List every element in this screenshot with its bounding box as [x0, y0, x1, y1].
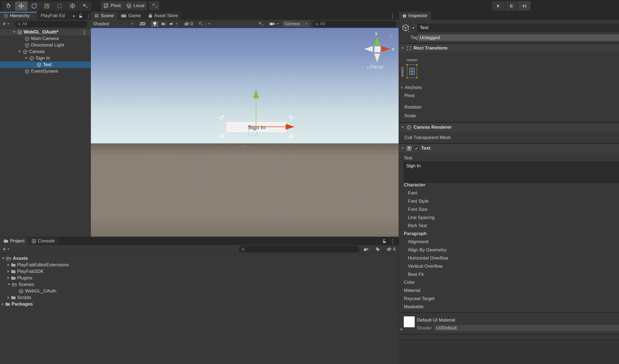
- active-checkbox[interactable]: [411, 25, 416, 30]
- grid-visibility-dropdown[interactable]: Y |: [199, 21, 211, 27]
- gizmo-neg-x-axis[interactable]: [364, 46, 373, 52]
- foldout-open-icon[interactable]: [8, 284, 10, 285]
- rect-tool-button[interactable]: [53, 1, 66, 11]
- scene-lighting-toggle[interactable]: [151, 21, 158, 27]
- foldout-open-icon[interactable]: [402, 127, 404, 128]
- hand-tool-button[interactable]: [2, 1, 15, 11]
- anchors-foldout-row[interactable]: Anchors: [401, 85, 422, 91]
- rect-handle-top-right[interactable]: [288, 115, 294, 121]
- foldout-closed-icon[interactable]: [8, 296, 9, 299]
- tag-dropdown[interactable]: Untagged: [417, 34, 619, 41]
- local-toggle-button[interactable]: Local: [124, 1, 147, 10]
- foldout-open-icon[interactable]: [402, 47, 404, 49]
- create-asset-button[interactable]: +: [2, 246, 6, 252]
- project-item-plugins[interactable]: Plugins: [0, 275, 399, 281]
- component-enabled-checkbox[interactable]: [414, 146, 419, 151]
- foldout-open-icon[interactable]: [18, 51, 21, 53]
- scene-effects-dropdown[interactable]: [169, 22, 178, 26]
- perspective-toggle[interactable]: ‹ Persp: [367, 64, 384, 70]
- pivot-toggle-button[interactable]: Pivot: [101, 1, 124, 10]
- tab-hierarchy[interactable]: Hierarchy: [0, 12, 37, 20]
- tab-game[interactable]: Game: [118, 12, 144, 20]
- create-dropdown-icon[interactable]: [7, 249, 9, 250]
- anchor-preset-widget[interactable]: [406, 63, 418, 79]
- search-by-label-button[interactable]: [372, 247, 383, 252]
- project-menu-icon[interactable]: ⋮: [390, 239, 395, 244]
- pivot-rect[interactable]: [248, 128, 257, 135]
- unlock-icon[interactable]: [79, 14, 83, 18]
- hierarchy-item-eventsystem[interactable]: EventSystem: [0, 68, 91, 75]
- 2d-toggle-button[interactable]: 2D: [140, 21, 146, 27]
- transform-tool-button[interactable]: [66, 1, 79, 11]
- hierarchy-item-canvas[interactable]: Canvas: [0, 48, 91, 55]
- material-foldout-icon[interactable]: [401, 328, 402, 331]
- create-dropdown-icon[interactable]: [7, 23, 9, 25]
- more-tabs-icon[interactable]: ▶: [73, 14, 75, 18]
- hidden-objects-toggle[interactable]: 0: [184, 21, 193, 27]
- project-item-playfabsdk[interactable]: PlayFabSDK: [0, 268, 399, 275]
- y-axis-arrow[interactable]: [253, 90, 259, 98]
- custom-tools-button[interactable]: [79, 1, 91, 11]
- project-search-input[interactable]: [239, 246, 359, 252]
- hierarchy-item-main-camera[interactable]: Main Camera: [0, 35, 91, 42]
- canvas-renderer-header[interactable]: Canvas Renderer: [399, 123, 619, 132]
- rect-handle-top-left[interactable]: [219, 115, 225, 121]
- rect-handle-bottom-left[interactable]: [219, 133, 225, 139]
- hierarchy-item-sign-in[interactable]: Sign In: [0, 55, 91, 61]
- tab-inspector[interactable]: Inspector: [399, 12, 431, 20]
- hidden-packages-toggle[interactable]: 4: [384, 246, 398, 252]
- project-item-assets[interactable]: Assets: [0, 255, 399, 262]
- move-tool-button[interactable]: [15, 1, 27, 11]
- tab-scene[interactable]: Scene: [91, 12, 118, 20]
- scene-row[interactable]: WebGL_OAuth* ⋮: [0, 29, 91, 35]
- gizmos-dropdown[interactable]: Gizmos |: [282, 20, 310, 27]
- rect-transform-header[interactable]: Rect Transform: [399, 44, 619, 53]
- foldout-closed-icon[interactable]: [2, 303, 4, 306]
- component-tools-icon[interactable]: [258, 21, 264, 27]
- search-by-type-button[interactable]: [360, 247, 372, 252]
- foldout-closed-icon[interactable]: [8, 277, 9, 279]
- project-item-scenes[interactable]: Scenes: [0, 281, 399, 288]
- hierarchy-item-directional-light[interactable]: Directional Light: [0, 42, 91, 48]
- scene-menu-icon[interactable]: ⋮: [390, 13, 399, 18]
- scene-viewport[interactable]: Sign In y x: [91, 29, 399, 237]
- gameobject-name-field[interactable]: Text: [417, 24, 619, 32]
- foldout-open-icon[interactable]: [25, 57, 27, 59]
- gizmo-center-cube[interactable]: [374, 46, 381, 53]
- gizmo-x-axis[interactable]: [381, 46, 390, 52]
- unlock-icon[interactable]: [382, 239, 386, 243]
- tab-asset-store[interactable]: Asset Store: [145, 12, 182, 20]
- hierarchy-menu-icon[interactable]: ⋮: [86, 13, 91, 18]
- hierarchy-search-input[interactable]: All: [15, 21, 87, 27]
- scene-search-input[interactable]: All: [313, 21, 396, 27]
- shader-dropdown[interactable]: UI/Default: [434, 325, 619, 332]
- gizmo-neg-y-axis[interactable]: [374, 54, 380, 62]
- gizmo-y-axis[interactable]: [374, 37, 380, 45]
- foldout-closed-icon[interactable]: [8, 264, 9, 266]
- scene-camera-dropdown[interactable]: [269, 22, 279, 26]
- foldout-open-icon[interactable]: [402, 147, 404, 149]
- rect-handle-bottom-right[interactable]: [288, 133, 294, 139]
- material-preview-thumbnail[interactable]: [404, 316, 415, 327]
- x-axis-arrow[interactable]: [286, 124, 294, 130]
- tab-project[interactable]: Project: [0, 237, 28, 245]
- rotate-tool-button[interactable]: [28, 1, 40, 11]
- scale-tool-button[interactable]: [41, 1, 53, 11]
- project-item-playfab-editor-extensions[interactable]: PlayFabEditorExtensions: [0, 262, 399, 268]
- hierarchy-item-text[interactable]: Text: [0, 61, 91, 68]
- scene-audio-toggle[interactable]: [161, 22, 166, 26]
- project-item-webgl-oauth[interactable]: WebGL_OAuth: [0, 288, 399, 294]
- tab-playfab-editor[interactable]: PlayFab Ed: [37, 12, 73, 20]
- tab-console[interactable]: Console: [28, 237, 58, 245]
- draw-mode-dropdown[interactable]: Shaded: [93, 21, 134, 27]
- scene-menu-icon[interactable]: ⋮: [82, 30, 87, 35]
- text-component-header[interactable]: T Text: [399, 144, 619, 153]
- grid-snap-button[interactable]: [149, 1, 159, 10]
- project-item-packages[interactable]: Packages: [0, 301, 399, 307]
- text-value-textarea[interactable]: Sign In: [404, 162, 619, 183]
- play-button[interactable]: [492, 1, 504, 11]
- foldout-open-icon[interactable]: [2, 258, 5, 259]
- gameobject-cube-icon[interactable]: [402, 24, 410, 32]
- viewport-lock-icon[interactable]: [389, 33, 393, 38]
- project-item-scripts[interactable]: Scripts: [0, 294, 399, 301]
